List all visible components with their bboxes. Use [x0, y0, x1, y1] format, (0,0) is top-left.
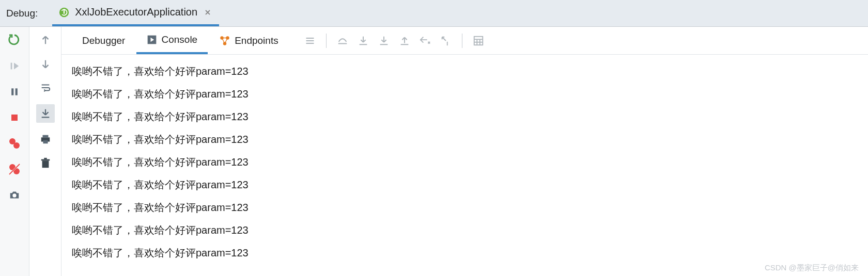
toolbar-divider — [462, 34, 462, 48]
svg-rect-27 — [447, 41, 448, 45]
svg-rect-3 — [11, 88, 13, 95]
console-line: 唉哟不错了，喜欢给个好评param=123 — [72, 60, 868, 83]
debug-left-rail — [0, 27, 29, 276]
main-area: Debugger Console Endpoints — [0, 27, 868, 276]
clear-icon[interactable] — [38, 156, 53, 170]
console-line: 唉哟不错了，喜欢给个好评param=123 — [72, 83, 868, 105]
svg-rect-5 — [11, 115, 18, 121]
sub-tabs-bar: Debugger Console Endpoints — [61, 27, 868, 55]
console-line: 唉哟不错了，喜欢给个好评param=123 — [72, 196, 868, 219]
resume-icon[interactable] — [7, 59, 22, 73]
console-line: 唉哟不错了，喜欢给个好评param=123 — [72, 151, 868, 173]
console-line: 唉哟不错了，喜欢给个好评param=123 — [72, 241, 868, 264]
run-to-cursor-icon[interactable] — [436, 31, 456, 51]
watermark: CSDN @墨家巨子@俏如来 — [765, 263, 859, 273]
tab-console-label: Console — [161, 34, 197, 45]
mute-breakpoints-icon[interactable] — [7, 162, 22, 176]
console-output[interactable]: 唉哟不错了，喜欢给个好评param=123 唉哟不错了，喜欢给个好评param=… — [61, 55, 868, 276]
tab-endpoints-label: Endpoints — [235, 35, 278, 46]
svg-rect-13 — [42, 135, 48, 138]
spring-boot-icon — [58, 7, 70, 18]
print-icon[interactable] — [38, 132, 53, 147]
svg-point-12 — [12, 193, 16, 197]
drop-frame-icon[interactable] — [415, 31, 435, 51]
svg-rect-16 — [42, 160, 49, 168]
stop-icon[interactable] — [7, 110, 22, 125]
svg-rect-18 — [44, 158, 47, 159]
soft-wrap-icon[interactable] — [38, 80, 53, 95]
tab-debugger[interactable]: Debugger — [72, 27, 135, 54]
run-config-tab[interactable]: XxlJobExecutorApplication — [52, 0, 219, 26]
run-config-title: XxlJobExecutorApplication — [75, 6, 197, 18]
evaluate-icon[interactable] — [469, 31, 488, 51]
console-play-icon — [147, 35, 157, 45]
console-line: 唉哟不错了，喜欢给个好评param=123 — [72, 105, 868, 128]
toolbar-divider — [326, 34, 327, 48]
pause-icon[interactable] — [7, 85, 22, 99]
tab-console[interactable]: Console — [136, 27, 208, 54]
tab-debugger-label: Debugger — [82, 35, 125, 46]
tab-endpoints[interactable]: Endpoints — [209, 27, 289, 54]
force-step-into-icon[interactable] — [374, 31, 394, 51]
camera-icon[interactable] — [7, 188, 22, 202]
svg-rect-17 — [41, 159, 50, 161]
step-into-icon[interactable] — [353, 31, 373, 51]
step-over-icon[interactable] — [333, 31, 352, 51]
svg-rect-4 — [16, 88, 18, 95]
view-breakpoints-icon[interactable] — [7, 136, 22, 151]
console-line: 唉哟不错了，喜欢给个好评param=123 — [72, 173, 868, 196]
console-side-rail — [29, 27, 61, 276]
svg-rect-15 — [43, 140, 48, 143]
rerun-icon[interactable] — [7, 33, 22, 47]
svg-rect-2 — [11, 63, 12, 70]
debug-label: Debug: — [6, 0, 52, 26]
console-line: 唉哟不错了，喜欢给个好评param=123 — [72, 128, 868, 151]
scroll-up-icon[interactable] — [38, 33, 53, 47]
endpoints-icon — [219, 35, 230, 46]
svg-rect-28 — [474, 36, 483, 45]
right-panel: Debugger Console Endpoints — [61, 27, 868, 276]
filter-icon[interactable] — [300, 31, 320, 51]
svg-point-7 — [13, 142, 20, 149]
scroll-to-end-icon[interactable] — [36, 104, 55, 123]
close-tab-icon[interactable] — [203, 9, 213, 15]
scroll-down-icon[interactable] — [38, 57, 53, 71]
step-out-icon[interactable] — [395, 31, 414, 51]
console-line: 唉哟不错了，喜欢给个好评param=123 — [72, 219, 868, 241]
debug-window-header: Debug: XxlJobExecutorApplication — [0, 0, 868, 27]
